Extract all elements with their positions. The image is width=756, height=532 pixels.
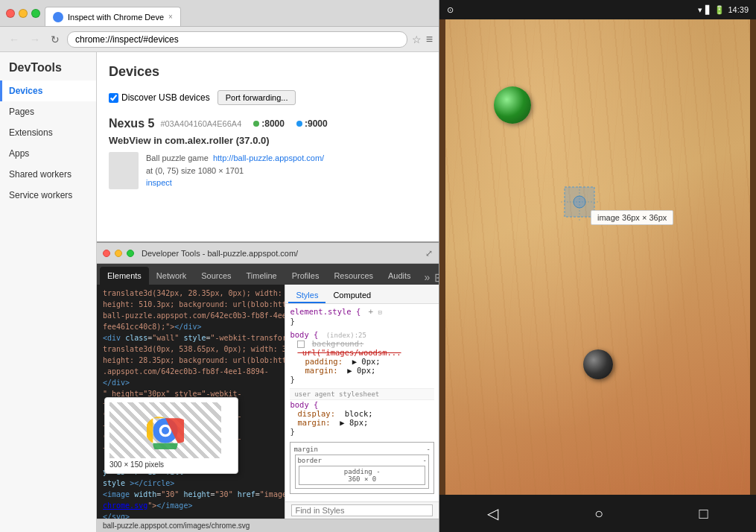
lower-devtools: Developer Tools - ball-puzzle.appspot.co… <box>97 241 439 532</box>
port-forwarding-button[interactable]: Port forwarding... <box>217 90 296 105</box>
tab-favicon <box>53 12 63 22</box>
code-line: height: 510.3px; background: url(blob:ht… <box>103 299 279 310</box>
devtools-title: DevTools <box>0 52 96 80</box>
sidebar-item-shared-workers[interactable]: Shared workers <box>0 164 96 185</box>
android-icon: ⊙ <box>447 5 454 15</box>
close-button[interactable] <box>6 9 15 18</box>
border-box: border - padding - 360 × 0 <box>295 455 429 489</box>
lower-max-button[interactable] <box>127 250 134 257</box>
app-icon <box>109 152 139 189</box>
phone-status-bar: ⊙ ▾ ▋ 🔋 14:39 <box>439 0 756 19</box>
home-nav-icon[interactable]: ○ <box>594 505 603 522</box>
tab-audits[interactable]: Audits <box>381 267 419 285</box>
lower-expand-icon[interactable]: ⤢ <box>425 248 433 259</box>
tab-title: Inspect with Chrome Deve <box>68 13 164 22</box>
more-tabs-button[interactable]: » <box>420 270 435 285</box>
discover-usb-label[interactable]: Discover USB devices <box>109 92 210 103</box>
back-nav-icon[interactable]: ◁ <box>487 504 498 522</box>
sidebar-item-apps[interactable]: Apps <box>0 143 96 164</box>
console-drawer-icon[interactable]: ⊟ <box>434 270 439 285</box>
tab-sources[interactable]: Sources <box>194 267 238 285</box>
wood-texture <box>445 19 750 495</box>
status-left-icons: ⊙ <box>447 5 454 15</box>
menu-icon[interactable]: ≡ <box>426 33 433 46</box>
address-bar: ← → ↻ ☆ ≡ <box>0 27 439 52</box>
tab-timeline[interactable]: Timeline <box>239 267 285 285</box>
find-styles-input[interactable] <box>291 504 433 516</box>
styles-content: element.style { + ⊟ } body { (index):25 <box>285 304 439 501</box>
style-rule-element: element.style { + ⊟ } <box>290 307 434 326</box>
element-tooltip: image 36px × 36px <box>591 210 673 225</box>
back-button[interactable]: ← <box>6 32 22 47</box>
reload-button[interactable]: ↻ <box>48 32 63 47</box>
discover-usb-checkbox[interactable] <box>109 93 118 103</box>
code-line: </div> <box>103 377 279 388</box>
android-phone: ⊙ ▾ ▋ 🔋 14:39 <box>439 0 756 532</box>
code-line: height: 28.35px; background: url(blob:ht… <box>103 355 279 366</box>
device-name: Nexus 5 #03A404160A4E66A4 :8000 :9000 <box>109 117 427 130</box>
clock: 14:39 <box>728 5 749 14</box>
address-input[interactable] <box>67 31 407 48</box>
status-bar-text: ball-puzzle.appspot.com/images/chrome.sv… <box>103 522 250 530</box>
tab-profiles[interactable]: Profiles <box>285 267 327 285</box>
maximize-button[interactable] <box>31 9 40 18</box>
tab-bar: Inspect with Chrome Deve × <box>45 0 433 26</box>
lower-min-button[interactable] <box>115 250 122 257</box>
browser-tab[interactable]: Inspect with Chrome Deve × <box>45 7 181 26</box>
sidebar-item-service-workers[interactable]: Service workers <box>0 185 96 206</box>
webview-title: WebView in com.alex.roller (37.0.0) <box>109 135 427 146</box>
frame-right <box>750 19 756 495</box>
status-bar: ball-puzzle.appspot.com/images/chrome.sv… <box>97 519 439 532</box>
lower-titlebar: Developer Tools - ball-puzzle.appspot.co… <box>97 243 439 264</box>
devtools-content: Devices Discover USB devices Port forwar… <box>97 52 439 241</box>
style-rule-body-ua: body { display: block; margin: ▶ 8px; } <box>290 400 434 436</box>
minimize-button[interactable] <box>19 9 28 18</box>
tab-styles[interactable]: Styles <box>288 288 325 303</box>
app-info: Ball puzzle game http://ball-puzzle.apps… <box>146 152 324 189</box>
padding-box: padding - 360 × 0 <box>299 466 425 485</box>
phone-nav-bar: ◁ ○ □ <box>439 495 756 532</box>
dot-green-icon <box>253 121 259 127</box>
code-line: fee461cc40c8);"></div> <box>103 321 279 332</box>
devtools-main: DevTools Devices Pages Extensions Apps S… <box>0 52 439 532</box>
forward-button[interactable]: → <box>27 32 43 47</box>
styles-panel: Styles Computed element.style { + ⊟ } <box>285 285 439 519</box>
app-row: Ball puzzle game http://ball-puzzle.apps… <box>109 152 427 189</box>
code-line: <image width="30" height="30" href="imag… <box>103 489 279 500</box>
tab-elements[interactable]: Elements <box>100 267 149 285</box>
recent-nav-icon[interactable]: □ <box>699 505 708 522</box>
margin-box: margin - border - padding - <box>290 442 434 494</box>
discover-row: Discover USB devices Port forwarding... <box>109 90 427 105</box>
frame-left <box>439 19 445 495</box>
lower-close-button[interactable] <box>103 250 110 257</box>
tab-network[interactable]: Network <box>149 267 194 285</box>
code-line: </svg> <box>103 511 279 519</box>
tab-computed[interactable]: Computed <box>325 288 378 303</box>
chrome-icon <box>147 412 184 449</box>
inspect-link[interactable]: inspect <box>146 178 172 187</box>
code-line: translate3d(0px, 538.65px, 0px); width: … <box>103 343 279 355</box>
code-line: <div class="wall" style="-webkit-transfo… <box>103 332 279 343</box>
sidebar-item-pages[interactable]: Pages <box>0 101 96 122</box>
tab-close-button[interactable]: × <box>168 13 173 21</box>
styles-tabs: Styles Computed <box>285 285 439 304</box>
add-style-btn[interactable]: + <box>369 307 374 317</box>
chrome-logo-overlay: 300 × 150 pixels <box>104 397 238 474</box>
devtools-tabs: Elements Network Sources Timeline Profil… <box>97 264 439 285</box>
app-desc-line1: Ball puzzle game http://ball-puzzle.apps… <box>146 152 324 165</box>
title-bar: Inspect with Chrome Deve × <box>0 0 439 27</box>
window-controls <box>6 9 40 18</box>
sidebar-item-devices[interactable]: Devices <box>0 80 96 101</box>
battery-icon: 🔋 <box>714 5 725 15</box>
chrome-size-label: 300 × 150 pixels <box>109 460 233 469</box>
svg-point-3 <box>162 427 169 434</box>
tab-resources[interactable]: Resources <box>326 267 381 285</box>
port-9000: :9000 <box>296 118 328 129</box>
bookmark-icon[interactable]: ☆ <box>412 34 422 45</box>
code-line: .appspot.com/642ec0b3-fb8f-4ee1-8894- <box>103 366 279 377</box>
code-panel: translate3d(342px, 28.35px, 0px); width:… <box>97 285 439 519</box>
find-bar <box>285 501 439 519</box>
sidebar-item-extensions[interactable]: Extensions <box>0 122 96 143</box>
browser-window: Inspect with Chrome Deve × ← → ↻ ☆ ≡ Dev… <box>0 0 439 532</box>
prop-checkbox[interactable] <box>297 341 305 348</box>
